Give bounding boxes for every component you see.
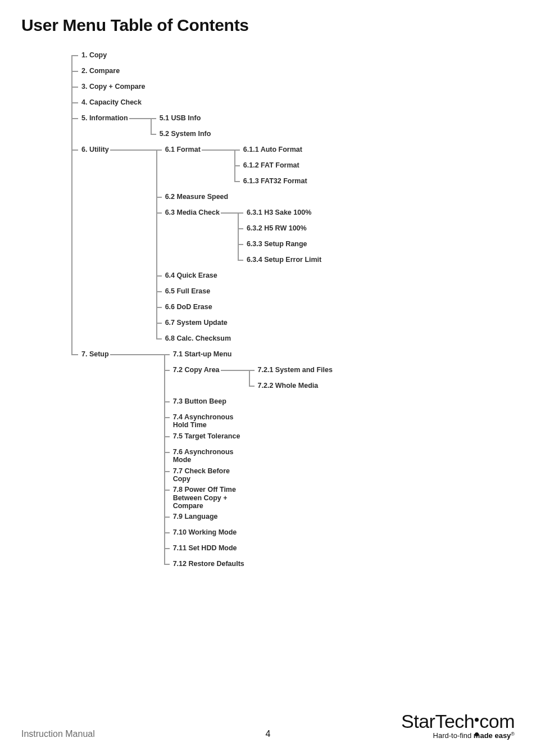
menu-item: 6.8 Calc. Checksum — [164, 333, 232, 343]
menu-item: 7.7 Check Before Copy — [172, 465, 248, 485]
menu-item: 6.3.4 Setup Error Limit — [246, 254, 322, 265]
connector-line — [221, 212, 238, 214]
menu-item: 7.11 Set HDD Mode — [172, 542, 238, 553]
tagline-b: made easy — [474, 731, 511, 740]
menu-item: 7.2.2 Whole Media — [257, 380, 320, 391]
menu-item: 2. Compare — [80, 65, 121, 76]
menu-item: 7.6 Asynchronous Mode — [172, 446, 248, 465]
menu-item: 6.1.2 FAT Format — [242, 160, 301, 170]
menu-item: 7.4 Asynchronous Hold Time — [172, 411, 248, 431]
connector-line — [110, 150, 156, 151]
menu-item: 5.2 System Info — [158, 128, 212, 139]
menu-item: 6.7 System Update — [164, 317, 229, 328]
menu-item: 6.6 DoD Erase — [164, 301, 214, 312]
menu-item: 4. Capacity Check — [80, 97, 143, 107]
menu-tree: 1. Copy 2. Compare 3. Copy + Compare 4. … — [71, 49, 465, 574]
brand-text-b: com — [479, 710, 515, 732]
menu-item: 6.3 Media Check — [164, 207, 221, 218]
tagline-a: Hard-to-find — [433, 731, 474, 740]
menu-item: 1. Copy — [80, 49, 108, 60]
menu-item: 6.1.3 FAT32 Format — [242, 175, 308, 186]
connector-line — [202, 150, 234, 151]
footer-left-label: Instruction Manual — [21, 729, 95, 739]
menu-item: 6.3.2 H5 RW 100% — [246, 223, 308, 233]
menu-item: 6.2 Measure Speed — [164, 191, 230, 202]
menu-item: 7.1 Start-up Menu — [172, 348, 233, 359]
menu-item: 6.5 Full Erase — [164, 286, 212, 296]
menu-item: 5. Information — [80, 112, 129, 123]
menu-item: 7. Setup — [80, 348, 110, 359]
menu-item: 5.1 USB Info — [158, 112, 202, 123]
registered-mark: ® — [511, 731, 515, 737]
menu-item: 6. Utility — [80, 144, 110, 155]
page-title: User Menu Table of Contents — [21, 16, 515, 35]
menu-item: 7.2 Copy Area — [172, 364, 221, 375]
page-number: 4 — [266, 729, 271, 739]
menu-item: 7.3 Button Beep — [172, 396, 228, 406]
menu-item: 6.3.3 Setup Range — [246, 238, 308, 249]
connector-line — [221, 370, 249, 371]
connector-line — [110, 354, 164, 355]
menu-item: 6.1.1 Auto Format — [242, 144, 303, 155]
menu-item: 7.2.1 System and Files — [257, 364, 334, 375]
menu-item: 7.8 Power Off Time Between Copy + Compar… — [172, 484, 248, 511]
menu-item: 6.3.1 H3 Sake 100% — [246, 207, 312, 218]
menu-item: 7.5 Target Tolerance — [172, 431, 242, 441]
menu-item: 7.12 Restore Defaults — [172, 558, 246, 569]
brand-logo: StarTechcom Hard-to-find made easy® — [401, 712, 515, 739]
document-page: User Menu Table of Contents 1. Copy 2. C… — [0, 0, 536, 756]
menu-item: 6.1 Format — [164, 144, 202, 155]
menu-item: 7.9 Language — [172, 511, 219, 522]
menu-item: 6.4 Quick Erase — [164, 270, 219, 280]
connector-line — [129, 118, 151, 119]
menu-item: 7.10 Working Mode — [172, 527, 238, 537]
menu-item: 3. Copy + Compare — [80, 81, 147, 92]
brand-text-a: StarTech — [401, 710, 474, 732]
